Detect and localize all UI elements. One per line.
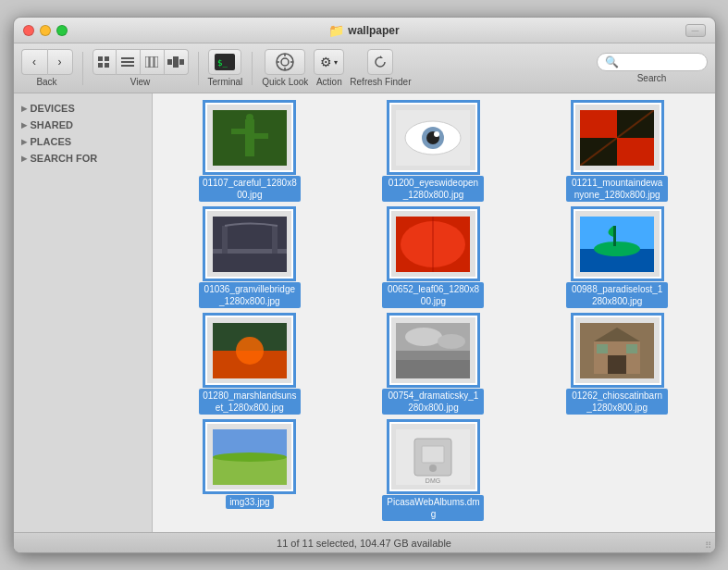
list-item[interactable]: 01036_granvillebridge_1280x800.jpg <box>162 209 339 308</box>
svg-rect-34 <box>617 138 654 166</box>
svg-rect-9 <box>154 56 158 68</box>
terminal-group: $_ Terminal <box>208 49 243 87</box>
svg-rect-7 <box>145 56 149 68</box>
sidebar-item-places[interactable]: ▶ PLACES <box>14 134 152 149</box>
sidebar: ▶ DEVICES ▶ SHARED ▶ PLACES ▶ SEARCH FOR <box>14 93 153 532</box>
quicklook-button[interactable] <box>265 49 305 75</box>
svg-rect-47 <box>613 226 616 246</box>
places-label: PLACES <box>31 136 72 147</box>
svg-rect-4 <box>121 57 134 59</box>
svg-rect-3 <box>105 63 109 68</box>
svg-rect-25 <box>253 133 268 139</box>
file-thumbnail <box>574 316 661 385</box>
svg-rect-5 <box>121 61 134 63</box>
refresh-button[interactable] <box>367 49 393 75</box>
file-area[interactable]: 01107_careful_1280x800.jpg 01200_eyeswid… <box>153 93 715 532</box>
list-view-button[interactable] <box>117 49 141 75</box>
file-name: 01036_granvillebridge_1280x800.jpg <box>199 282 301 308</box>
view-buttons <box>93 49 189 75</box>
refresh-label: Refresh Finder <box>350 77 411 87</box>
icon-view-button[interactable] <box>93 49 117 75</box>
close-button[interactable] <box>23 25 34 36</box>
action-button[interactable]: ⚙ ▾ <box>314 49 344 75</box>
svg-point-66 <box>213 452 287 462</box>
svg-point-51 <box>236 337 264 365</box>
list-item[interactable]: 00652_leaf06_1280x800.jpg <box>345 209 522 308</box>
file-name: 00652_leaf06_1280x800.jpg <box>382 282 484 308</box>
folder-icon: 📁 <box>328 23 344 38</box>
maximize-button[interactable] <box>56 25 68 36</box>
sidebar-item-search-for[interactable]: ▶ SEARCH FOR <box>14 151 152 166</box>
back-button[interactable]: ‹ <box>21 49 47 75</box>
quicklook-group: Quick Look <box>262 49 308 87</box>
separator-3 <box>252 52 253 85</box>
cover-flow-button[interactable] <box>165 49 189 75</box>
titlebar: 📁 wallpaper — <box>14 18 715 43</box>
status-text: 11 of 11 selected, 104.47 GB available <box>277 538 451 549</box>
column-view-button[interactable] <box>141 49 165 75</box>
list-item[interactable]: 01200_eyeswideopen_1280x800.jpg <box>345 103 522 202</box>
svg-point-46 <box>594 242 640 256</box>
quicklook-label: Quick Look <box>262 77 308 87</box>
svg-text:DMG: DMG <box>426 477 440 484</box>
file-thumbnail <box>574 103 661 172</box>
list-item[interactable]: 01262_chioscatinbarn_1280x800.jpg <box>529 316 706 415</box>
resize-handle-icon[interactable]: ⠿ <box>705 540 711 551</box>
minimize-button[interactable] <box>40 25 51 36</box>
svg-point-31 <box>434 131 439 137</box>
file-name: 00988_paradiselost_1280x800.jpg <box>566 282 668 308</box>
window-zoom-button[interactable]: — <box>685 24 706 37</box>
forward-button[interactable]: › <box>47 49 73 75</box>
svg-rect-23 <box>245 119 254 156</box>
file-thumbnail <box>574 209 661 279</box>
search-input-wrap[interactable]: 🔍 <box>597 53 708 71</box>
separator-1 <box>82 52 83 85</box>
nav-group: ‹ › Back <box>21 49 73 87</box>
svg-rect-8 <box>150 56 154 68</box>
terminal-label: Terminal <box>208 77 243 87</box>
search-input[interactable] <box>623 56 706 68</box>
window-title: 📁 wallpaper <box>328 23 399 38</box>
list-item[interactable]: DMG PicasaWebAlbums.dmg <box>345 422 522 521</box>
svg-rect-12 <box>179 59 184 65</box>
view-label: View <box>130 77 151 87</box>
svg-rect-24 <box>231 129 246 134</box>
action-label: Action <box>316 77 342 87</box>
svg-rect-11 <box>173 56 179 68</box>
svg-rect-33 <box>580 110 617 138</box>
svg-rect-10 <box>167 59 172 65</box>
file-thumbnail: DMG <box>389 422 477 491</box>
file-thumbnail <box>389 209 477 279</box>
file-thumbnail <box>205 103 293 172</box>
list-item[interactable]: img33.jpg <box>162 422 339 521</box>
svg-rect-2 <box>98 63 103 68</box>
file-name: 01262_chioscatinbarn_1280x800.jpg <box>566 389 668 415</box>
svg-point-70 <box>429 465 437 472</box>
list-item[interactable]: 01211_mountaindewanyone_1280x800.jpg <box>529 103 706 202</box>
list-item[interactable]: 00988_paradiselost_1280x800.jpg <box>529 209 706 308</box>
file-name: 01280_marshlandsunset_1280x800.jpg <box>199 389 301 415</box>
svg-text:$_: $_ <box>217 58 228 68</box>
shared-label: SHARED <box>31 119 73 130</box>
terminal-button[interactable]: $_ <box>208 49 241 75</box>
finder-window: 📁 wallpaper — ‹ › Back <box>13 17 716 553</box>
file-thumbnail <box>205 316 293 385</box>
list-item[interactable]: 00754_dramaticsky_1280x800.jpg <box>345 316 522 415</box>
places-arrow-icon: ▶ <box>21 138 27 146</box>
svg-rect-39 <box>272 226 278 254</box>
svg-rect-61 <box>597 344 608 353</box>
file-name: 00754_dramaticsky_1280x800.jpg <box>382 389 484 415</box>
traffic-lights <box>23 25 68 36</box>
separator-2 <box>198 52 199 85</box>
toolbar: ‹ › Back <box>14 43 715 93</box>
shared-arrow-icon: ▶ <box>21 121 27 130</box>
svg-rect-1 <box>105 56 109 61</box>
sidebar-item-devices[interactable]: ▶ DEVICES <box>14 101 152 116</box>
svg-point-54 <box>405 328 442 346</box>
file-name: 01107_careful_1280x800.jpg <box>199 176 301 202</box>
list-item[interactable]: 01107_careful_1280x800.jpg <box>162 103 339 202</box>
list-item[interactable]: 01280_marshlandsunset_1280x800.jpg <box>162 316 339 415</box>
sidebar-item-shared[interactable]: ▶ SHARED <box>14 118 152 132</box>
gear-icon: ⚙ <box>320 55 332 69</box>
view-group: View <box>93 49 189 87</box>
